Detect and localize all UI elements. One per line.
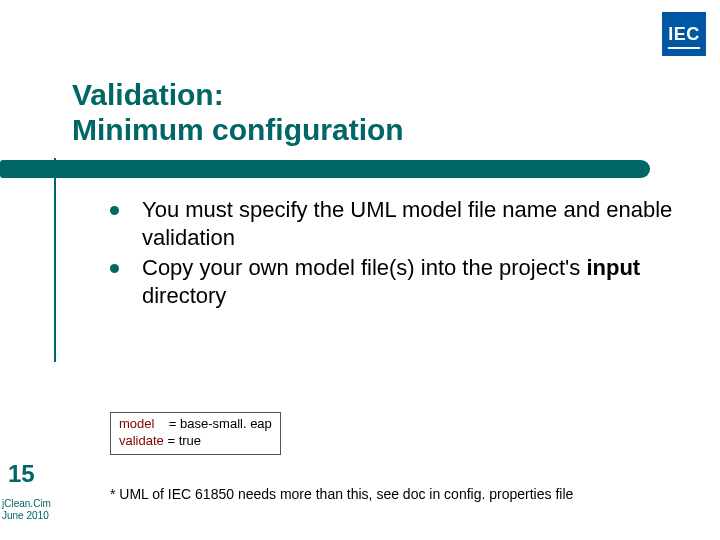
bullet-item: You must specify the UML model file name… — [110, 196, 680, 252]
config-val: = true — [164, 433, 201, 448]
config-key: model — [119, 416, 165, 433]
title-line1: Validation: — [72, 78, 224, 111]
footnote: * UML of IEC 61850 needs more than this,… — [110, 486, 573, 502]
slide-title: Validation: Minimum configuration — [72, 78, 690, 147]
footer-meta: jClean.Cim June 2010 — [2, 498, 51, 522]
config-row: model = base-small. eap — [119, 416, 272, 433]
iec-logo: IEC — [662, 12, 706, 56]
footer-line1: jClean.Cim — [2, 498, 51, 510]
slide-number: 15 — [8, 460, 35, 488]
config-val: = base-small. eap — [165, 416, 272, 431]
bullet-text-pre: Copy your own model file(s) into the pro… — [142, 255, 586, 280]
bullet-text-bold: input — [586, 255, 640, 280]
iec-logo-underline — [668, 47, 700, 49]
bullet-text: You must specify the UML model file name… — [142, 197, 672, 250]
bullet-item: Copy your own model file(s) into the pro… — [110, 254, 680, 310]
footer-line2: June 2010 — [2, 510, 51, 522]
config-snippet: model = base-small. eap validate = true — [110, 412, 281, 455]
config-row: validate = true — [119, 433, 272, 450]
title-line2: Minimum configuration — [72, 113, 404, 146]
bullet-text-post: directory — [142, 283, 226, 308]
iec-logo-text: IEC — [668, 24, 700, 45]
accent-vertical-line — [54, 158, 56, 362]
bullet-list: You must specify the UML model file name… — [110, 196, 680, 313]
accent-bar — [0, 160, 650, 178]
config-key: validate — [119, 433, 164, 450]
